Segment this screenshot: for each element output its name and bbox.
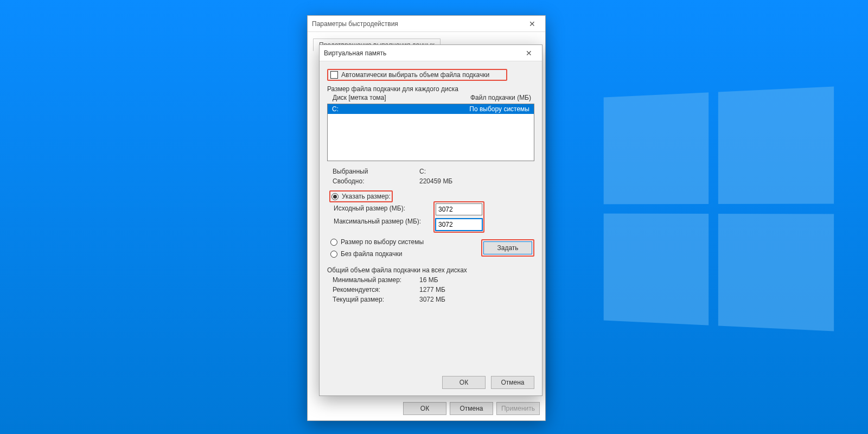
cancel-button[interactable]: Отмена bbox=[491, 376, 534, 389]
auto-manage-row[interactable]: Автоматически выбирать объем файла подка… bbox=[327, 69, 507, 81]
titlebar[interactable]: Виртуальная память ✕ bbox=[320, 45, 542, 61]
cur-value: 3072 МБ bbox=[419, 296, 534, 303]
free-value: 220459 МБ bbox=[419, 177, 534, 185]
radio-system-label: Размер по выбору системы bbox=[341, 238, 424, 246]
set-button[interactable]: Задать bbox=[483, 241, 532, 254]
radio-custom-label: Указать размер: bbox=[342, 193, 391, 200]
cancel-button[interactable]: Отмена bbox=[450, 402, 493, 415]
radio-no-file[interactable]: Без файла подкачки bbox=[329, 249, 481, 259]
virtual-memory-dialog: Виртуальная память ✕ Автоматически выбир… bbox=[319, 44, 542, 396]
close-icon[interactable]: ✕ bbox=[524, 16, 541, 31]
parent-footer: ОК Отмена Применить bbox=[403, 402, 540, 415]
window-title: Параметры быстродействия bbox=[312, 20, 524, 28]
drive-name: C: bbox=[332, 105, 339, 113]
close-icon[interactable]: ✕ bbox=[520, 45, 538, 61]
windows-logo bbox=[604, 86, 834, 331]
rec-label: Рекомендуется: bbox=[333, 286, 419, 293]
checkbox-icon[interactable] bbox=[330, 71, 338, 79]
size-inputs-highlight bbox=[433, 201, 484, 233]
auto-manage-label: Автоматически выбирать объем файла подка… bbox=[341, 71, 489, 79]
cur-label: Текущий размер: bbox=[333, 296, 419, 303]
free-label: Свободно: bbox=[333, 177, 419, 185]
min-label: Минимальный размер: bbox=[333, 276, 419, 284]
window-title: Виртуальная память bbox=[324, 49, 520, 57]
min-value: 16 МБ bbox=[419, 276, 534, 284]
vm-footer: ОК Отмена bbox=[442, 376, 534, 389]
initial-size-label: Исходный размер (МБ): bbox=[334, 205, 429, 212]
ok-button[interactable]: ОК bbox=[403, 402, 446, 415]
radio-custom-size[interactable]: Указать размер: bbox=[329, 190, 393, 202]
column-headers: Диск [метка тома] Файл подкачки (МБ) bbox=[327, 93, 534, 103]
size-each-label: Размер файла подкачки для каждого диска bbox=[327, 85, 534, 93]
radio-none-label: Без файла подкачки bbox=[341, 250, 402, 258]
totals-section: Общий объем файла подкачки на всех диска… bbox=[327, 266, 534, 303]
selected-label: Выбранный bbox=[333, 168, 419, 175]
totals-title: Общий объем файла подкачки на всех диска… bbox=[327, 266, 534, 274]
drive-row-c[interactable]: C: По выбору системы bbox=[328, 104, 534, 114]
col-drive: Диск [метка тома] bbox=[333, 94, 386, 101]
max-size-input[interactable] bbox=[436, 219, 482, 231]
col-file: Файл подкачки (МБ) bbox=[470, 94, 531, 101]
max-size-label: Максимальный размер (МБ): bbox=[334, 218, 429, 225]
initial-size-input[interactable] bbox=[436, 203, 482, 215]
rec-value: 1277 МБ bbox=[419, 286, 534, 293]
radio-system-size[interactable]: Размер по выбору системы bbox=[329, 237, 481, 247]
ok-button[interactable]: ОК bbox=[442, 376, 486, 389]
radio-icon[interactable] bbox=[330, 239, 337, 246]
titlebar[interactable]: Параметры быстродействия ✕ bbox=[308, 16, 545, 32]
selected-info: Выбранный C: Свободно: 220459 МБ bbox=[333, 168, 534, 185]
drive-list[interactable]: C: По выбору системы bbox=[327, 104, 534, 161]
apply-button: Применить bbox=[496, 402, 540, 415]
drive-value: По выбору системы bbox=[469, 105, 529, 113]
selected-value: C: bbox=[419, 168, 534, 175]
radio-icon[interactable] bbox=[330, 251, 337, 258]
radio-icon[interactable] bbox=[331, 193, 339, 200]
